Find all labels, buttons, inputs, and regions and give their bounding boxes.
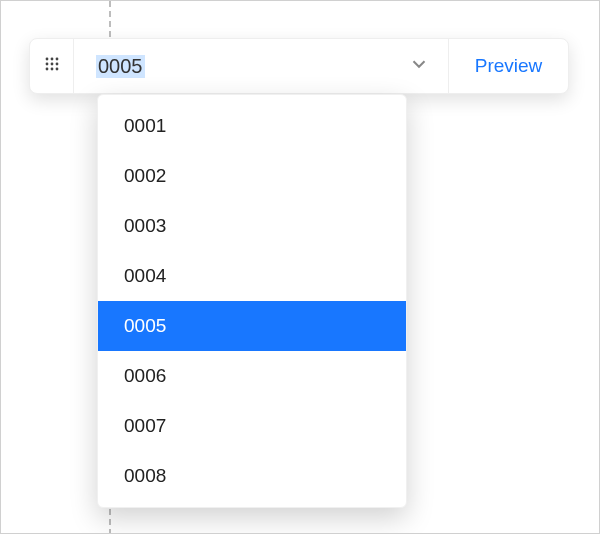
preview-button[interactable]: Preview xyxy=(448,39,568,93)
dropdown-option[interactable]: 0001 xyxy=(98,101,406,151)
options-dropdown: 00010002000300040005000600070008 xyxy=(97,94,407,508)
svg-point-8 xyxy=(55,68,58,71)
dropdown-option[interactable]: 0007 xyxy=(98,401,406,451)
dropdown-option[interactable]: 0004 xyxy=(98,251,406,301)
svg-point-5 xyxy=(55,63,58,66)
chevron-down-icon xyxy=(408,53,430,79)
preview-label: Preview xyxy=(475,55,543,77)
widget-bar: 0005 Preview xyxy=(29,38,569,94)
svg-point-1 xyxy=(50,58,53,61)
svg-point-6 xyxy=(45,68,48,71)
svg-point-0 xyxy=(45,58,48,61)
drag-handle-icon xyxy=(44,56,60,76)
svg-point-2 xyxy=(55,58,58,61)
dropdown-option[interactable]: 0005 xyxy=(98,301,406,351)
svg-point-4 xyxy=(50,63,53,66)
dropdown-option[interactable]: 0003 xyxy=(98,201,406,251)
value-select[interactable]: 0005 xyxy=(74,39,448,93)
svg-point-3 xyxy=(45,63,48,66)
svg-point-7 xyxy=(50,68,53,71)
selected-value: 0005 xyxy=(96,55,145,78)
dropdown-option[interactable]: 0006 xyxy=(98,351,406,401)
dropdown-option[interactable]: 0008 xyxy=(98,451,406,501)
drag-handle[interactable] xyxy=(30,39,74,93)
dropdown-option[interactable]: 0002 xyxy=(98,151,406,201)
